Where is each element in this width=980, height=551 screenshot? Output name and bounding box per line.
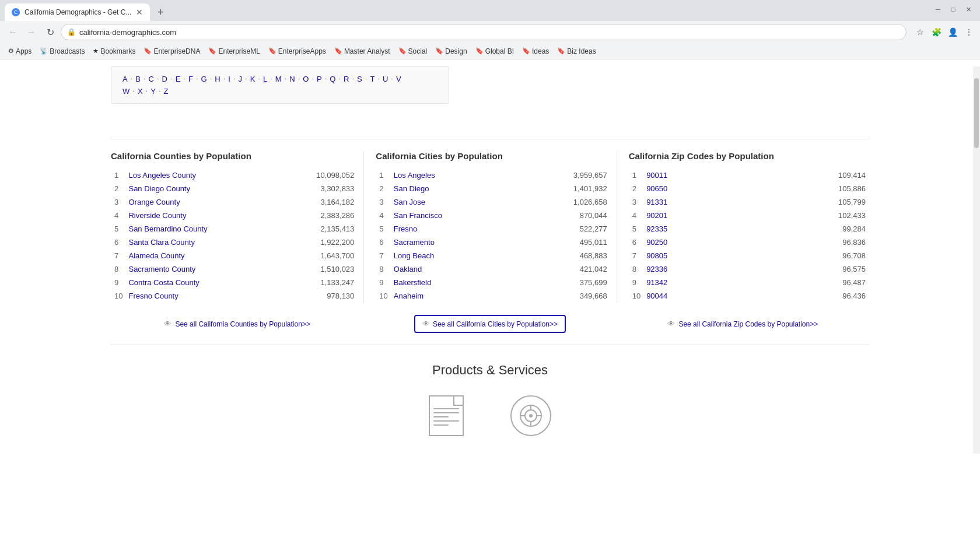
alpha-link-m[interactable]: M [274, 74, 284, 84]
zipcode-link[interactable]: 90650 [646, 184, 667, 193]
bookmark-masteranalyst-label: Master Analyst [344, 47, 390, 55]
county-link[interactable]: Santa Clara County [128, 238, 194, 247]
bookmark-design[interactable]: 🔖 Design [432, 46, 470, 57]
maximize-button[interactable]: □ [949, 5, 958, 14]
city-link[interactable]: Long Beach [394, 251, 434, 260]
products-section: Products & Services [111, 345, 869, 454]
county-link[interactable]: Fresno County [128, 292, 178, 300]
zipcode-link[interactable]: 90044 [646, 292, 667, 300]
alpha-link-k[interactable]: K [249, 74, 257, 84]
new-tab-button[interactable]: + [152, 4, 169, 20]
alpha-link-y[interactable]: Y [149, 86, 158, 96]
alpha-link-p[interactable]: P [315, 74, 324, 84]
population-cell: 10,098,052 [279, 169, 357, 181]
zipcode-link[interactable]: 90201 [646, 211, 667, 220]
alpha-link-b[interactable]: B [134, 74, 142, 84]
alpha-link-e[interactable]: E [174, 74, 183, 84]
city-link[interactable]: San Francisco [394, 211, 442, 220]
bookmark-apps[interactable]: ⚙ Apps [5, 46, 35, 57]
tab-close-button[interactable]: ✕ [136, 8, 143, 17]
bookmark-masteranalyst[interactable]: 🔖 Master Analyst [331, 46, 394, 57]
city-link[interactable]: Fresno [394, 224, 417, 233]
alpha-link-l[interactable]: L [261, 74, 269, 84]
county-link[interactable]: Riverside County [128, 211, 186, 220]
zipcode-link[interactable]: 90805 [646, 251, 667, 260]
bookmark-enterpriseapps-label: EnterpriseApps [278, 47, 326, 55]
browser-toolbar-icons: ☆ 🧩 👤 ⋮ [914, 26, 975, 38]
menu-icon[interactable]: ⋮ [963, 26, 975, 38]
alpha-link-d[interactable]: D [160, 74, 169, 84]
alpha-link-j[interactable]: J [237, 74, 244, 84]
browser-tab[interactable]: C California Demographics - Get C... ✕ [5, 3, 150, 21]
bookmark-enterpriseml[interactable]: 🔖 EnterpriseML [205, 46, 263, 57]
minimize-button[interactable]: ─ [933, 5, 943, 14]
county-link[interactable]: Orange County [128, 198, 180, 206]
alpha-link-s[interactable]: S [355, 74, 364, 84]
county-link[interactable]: San Diego County [128, 184, 190, 193]
alpha-link-z[interactable]: Z [162, 86, 170, 96]
zipcode-link[interactable]: 92335 [646, 224, 667, 233]
back-button[interactable]: ← [5, 24, 21, 40]
rank-cell: 4 [112, 209, 125, 222]
county-link[interactable]: Los Angeles County [128, 171, 196, 180]
alpha-link-g[interactable]: G [200, 74, 209, 84]
alpha-link-v[interactable]: V [394, 74, 403, 84]
alpha-link-i[interactable]: I [226, 74, 232, 84]
alpha-link-q[interactable]: Q [328, 74, 337, 84]
profile-icon[interactable]: 👤 [946, 26, 959, 38]
table-row: 3 Orange County 3,164,182 [112, 196, 356, 208]
zipcode-link[interactable]: 90250 [646, 238, 667, 247]
alpha-link-u[interactable]: U [381, 74, 390, 84]
alpha-link-w[interactable]: W [121, 86, 131, 96]
close-button[interactable]: ✕ [964, 5, 973, 14]
bookmark-bizideas[interactable]: 🔖 Biz Ideas [554, 46, 599, 57]
alpha-link-f[interactable]: F [187, 74, 195, 84]
alpha-link-t[interactable]: T [368, 74, 376, 84]
bookmark-enterprisedna[interactable]: 🔖 EnterpriseDNA [140, 46, 204, 57]
zipcode-link[interactable]: 91342 [646, 278, 667, 287]
zipcode-link[interactable]: 92336 [646, 265, 667, 273]
alpha-link-n[interactable]: N [288, 74, 296, 84]
alpha-link-r[interactable]: R [342, 74, 351, 84]
county-link[interactable]: San Bernardino County [128, 224, 207, 233]
zipcode-link[interactable]: 90011 [646, 171, 667, 180]
extensions-icon[interactable]: 🧩 [930, 26, 943, 38]
alpha-link-o[interactable]: O [301, 74, 310, 84]
alpha-link-a[interactable]: A [121, 74, 130, 84]
bookmark-enterpriseapps[interactable]: 🔖 EnterpriseApps [265, 46, 330, 57]
see-all-zipcodes-link[interactable]: See all California Zip Codes by Populati… [678, 320, 818, 328]
star-icon[interactable]: ☆ [914, 26, 926, 38]
scrollbar[interactable] [973, 66, 980, 454]
reload-button[interactable]: ↻ [42, 24, 58, 40]
enterpriseapps-icon: 🔖 [268, 47, 276, 55]
bookmark-social[interactable]: 🔖 Social [395, 46, 431, 57]
alpha-link-x[interactable]: X [136, 86, 145, 96]
county-name-cell: Santa Clara County [126, 236, 278, 248]
bookmark-broadcasts[interactable]: 📡 Broadcasts [36, 46, 88, 57]
city-link[interactable]: Oakland [394, 265, 422, 273]
address-bar[interactable]: 🔒 california-demographics.com [61, 24, 907, 40]
forward-button[interactable]: → [23, 24, 40, 40]
county-link[interactable]: Alameda County [128, 251, 184, 260]
alpha-link-h[interactable]: H [213, 74, 222, 84]
table-row: 8 92336 96,575 [630, 263, 868, 275]
city-link[interactable]: Bakersfield [394, 278, 431, 287]
county-name-cell: Orange County [126, 196, 278, 208]
bookmark-bookmarks[interactable]: ★ Bookmarks [89, 46, 139, 57]
bookmark-globalbi[interactable]: 🔖 Global BI [472, 46, 517, 57]
eye-icon-zipcodes: 👁 [667, 320, 675, 328]
see-all-cities-link[interactable]: 👁 See all California Cities by Populatio… [414, 315, 566, 333]
scrollbar-thumb[interactable] [974, 78, 979, 148]
city-link[interactable]: San Diego [394, 184, 429, 193]
city-link[interactable]: Sacramento [394, 238, 435, 247]
zipcode-link[interactable]: 91331 [646, 198, 667, 206]
county-link[interactable]: Contra Costa County [128, 278, 199, 287]
county-link[interactable]: Sacramento County [128, 265, 195, 273]
cities-column: California Cities by Population 1 Los An… [363, 151, 616, 303]
city-link[interactable]: Anaheim [394, 292, 424, 300]
city-link[interactable]: San Jose [394, 198, 425, 206]
alpha-link-c[interactable]: C [147, 74, 156, 84]
city-link[interactable]: Los Angeles [394, 171, 435, 180]
bookmark-ideas[interactable]: 🔖 Ideas [519, 46, 552, 57]
see-all-counties-link[interactable]: See all California Counties by Populatio… [175, 320, 310, 328]
